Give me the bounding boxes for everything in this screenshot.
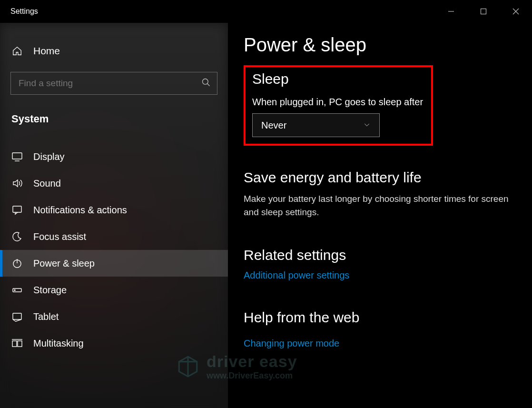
sidebar-item-label: Focus assist — [33, 231, 86, 242]
help-heading: Help from the web — [244, 309, 522, 326]
search-input[interactable] — [10, 72, 217, 95]
titlebar: Settings — [0, 0, 532, 23]
home-icon — [11, 45, 23, 57]
svg-rect-8 — [13, 206, 21, 212]
sound-icon — [11, 178, 23, 189]
energy-heading: Save energy and battery life — [244, 169, 522, 186]
search-icon — [201, 78, 211, 89]
tablet-icon — [11, 311, 23, 322]
power-icon — [11, 258, 23, 269]
sleep-field-label: When plugged in, PC goes to sleep after — [252, 97, 424, 108]
changing-power-mode-link[interactable]: Changing power mode — [244, 338, 522, 349]
chevron-down-icon — [363, 120, 371, 131]
search-wrap — [10, 72, 217, 95]
category-label: System — [0, 105, 228, 134]
related-section: Related settings Additional power settin… — [244, 247, 522, 281]
svg-point-4 — [203, 79, 208, 85]
help-section: Help from the web Changing power mode — [244, 309, 522, 349]
storage-icon — [11, 284, 23, 296]
related-heading: Related settings — [244, 247, 522, 263]
moon-icon — [11, 231, 23, 242]
notifications-icon — [11, 204, 23, 216]
page-title: Power & sleep — [244, 34, 522, 56]
sidebar-item-label: Sound — [33, 178, 61, 189]
maximize-button[interactable] — [467, 0, 500, 23]
sidebar-item-label: Power & sleep — [33, 258, 95, 269]
window-title: Settings — [0, 7, 38, 16]
minimize-button[interactable] — [435, 0, 467, 23]
home-label: Home — [33, 45, 60, 57]
sleep-heading: Sleep — [252, 71, 424, 87]
energy-section: Save energy and battery life Make your b… — [244, 169, 522, 219]
sidebar-item-multitasking[interactable]: Multitasking — [0, 330, 228, 357]
sidebar-item-display[interactable]: Display — [0, 143, 228, 170]
close-button[interactable] — [500, 0, 532, 23]
svg-rect-1 — [481, 9, 486, 14]
sidebar-item-label: Notifications & actions — [33, 205, 127, 216]
sidebar-item-label: Tablet — [33, 311, 59, 322]
sidebar-item-tablet[interactable]: Tablet — [0, 303, 228, 330]
svg-line-5 — [207, 84, 210, 86]
home-nav[interactable]: Home — [0, 40, 228, 62]
sleep-timeout-select[interactable]: Never — [252, 113, 380, 137]
sidebar-item-label: Display — [33, 151, 65, 162]
sidebar-item-sound[interactable]: Sound — [0, 170, 228, 197]
sidebar-item-power-sleep[interactable]: Power & sleep — [0, 250, 228, 277]
sleep-section-highlight: Sleep When plugged in, PC goes to sleep … — [244, 65, 433, 146]
svg-rect-15 — [18, 341, 22, 347]
svg-rect-6 — [12, 153, 22, 159]
sidebar-item-focus-assist[interactable]: Focus assist — [0, 223, 228, 250]
multitasking-icon — [11, 338, 23, 349]
sidebar-item-notifications[interactable]: Notifications & actions — [0, 197, 228, 223]
sidebar: Home System Display Sound — [0, 23, 228, 408]
svg-rect-13 — [13, 313, 21, 319]
main-content: Power & sleep Sleep When plugged in, PC … — [228, 23, 532, 408]
additional-power-settings-link[interactable]: Additional power settings — [244, 270, 522, 281]
energy-desc: Make your battery last longer by choosin… — [244, 192, 512, 219]
sidebar-item-label: Storage — [33, 285, 67, 296]
svg-point-12 — [14, 290, 15, 291]
sleep-timeout-value: Never — [261, 120, 286, 131]
svg-rect-14 — [12, 341, 17, 347]
display-icon — [11, 151, 23, 162]
sidebar-item-label: Multitasking — [33, 338, 84, 349]
sidebar-item-storage[interactable]: Storage — [0, 277, 228, 303]
